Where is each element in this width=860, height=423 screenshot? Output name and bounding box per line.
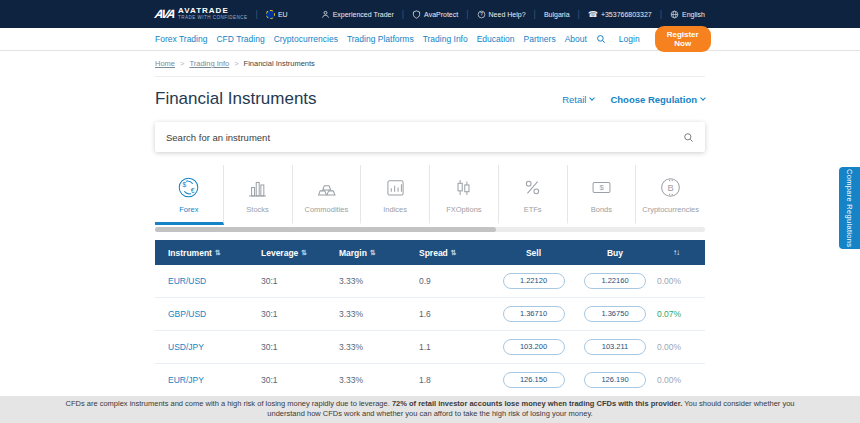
disclaimer-bold: 72% of retail investor accounts lose mon… [392, 399, 682, 408]
buy-price-button[interactable]: 103.211 [584, 339, 646, 355]
search-icon[interactable] [683, 132, 694, 143]
country-selector[interactable]: Bulgaria [544, 11, 570, 18]
instrument-search-input[interactable] [166, 132, 683, 143]
compare-regulations-button[interactable]: Compare Regulations [839, 167, 860, 249]
table-row: EUR/USD 30:1 3.33% 0.9 1.22120 1.22160 0… [155, 265, 705, 298]
tab-commodities[interactable]: Commodities [293, 165, 362, 225]
header-change[interactable]: ↑↓ [657, 248, 705, 257]
phone-icon: ☎ [588, 10, 598, 19]
avatrade-logo[interactable]: AVA AVATRADE TRADE WITH CONFIDENCE [155, 7, 248, 21]
tab-commodities-label: Commodities [304, 205, 348, 214]
region-label: EU [278, 11, 288, 18]
instrument-link[interactable]: GBP/USD [168, 309, 206, 319]
breadcrumb-trading-info[interactable]: Trading Info [189, 59, 229, 68]
tab-forex[interactable]: $€ Forex [155, 165, 224, 225]
tab-stocks[interactable]: Stocks [224, 165, 293, 225]
risk-disclaimer-text: CFDs are complex instruments and come wi… [58, 399, 803, 419]
disclaimer-part1: CFDs are complex instruments and come wi… [65, 399, 391, 408]
instrument-search-card [155, 122, 705, 152]
horizontal-scrollbar[interactable] [155, 227, 705, 232]
header-margin[interactable]: Margin⇅ [326, 248, 406, 258]
table-row: EUR/JPY 30:1 3.33% 1.8 126.150 126.190 0… [155, 364, 705, 397]
tab-etfs[interactable]: ETFs [499, 165, 568, 225]
choose-regulation-dropdown[interactable]: Choose Regulation [610, 94, 705, 105]
breadcrumb-separator: > [180, 59, 184, 68]
need-help-label: Need Help? [489, 11, 526, 18]
tab-bonds[interactable]: $ Bonds [568, 165, 637, 225]
leverage-cell: 30:1 [248, 375, 326, 385]
nav-about[interactable]: About [565, 34, 587, 44]
table-row: GBP/USD 30:1 3.33% 1.6 1.36710 1.36750 0… [155, 298, 705, 331]
nav-trading-platforms[interactable]: Trading Platforms [347, 34, 414, 44]
buy-price-button[interactable]: 1.36750 [584, 306, 646, 322]
sort-icon[interactable]: ⇅ [451, 249, 457, 257]
tab-bonds-label: Bonds [591, 205, 612, 214]
retail-dropdown[interactable]: Retail [562, 94, 594, 105]
header-sell-label: Sell [526, 248, 541, 258]
tab-fxoptions[interactable]: FXOptions [430, 165, 499, 225]
buy-price-button[interactable]: 126.190 [584, 372, 646, 388]
breadcrumb-current: Financial Instruments [244, 59, 315, 68]
sort-updown-icon[interactable]: ↑↓ [673, 248, 679, 257]
tab-cryptocurrencies[interactable]: B Cryptocurrencies [636, 165, 705, 225]
instrument-link[interactable]: USD/JPY [168, 342, 204, 352]
nav-cfd-trading[interactable]: CFD Trading [216, 34, 264, 44]
tab-indices-label: Indices [383, 205, 407, 214]
svg-text:B: B [668, 182, 674, 192]
need-help-link[interactable]: ? Need Help? [477, 10, 526, 19]
nav-trading-info[interactable]: Trading Info [423, 34, 468, 44]
sell-price-button[interactable]: 1.22120 [503, 273, 565, 289]
region-selector[interactable]: EU [266, 10, 288, 19]
sort-icon[interactable]: ⇅ [301, 249, 307, 257]
header-spread[interactable]: Spread⇅ [406, 248, 494, 258]
breadcrumb-home[interactable]: Home [155, 59, 175, 68]
tab-indices[interactable]: Indices [361, 165, 430, 225]
nav-cryptocurrencies[interactable]: Cryptocurrencies [274, 34, 338, 44]
experienced-trader-label: Experienced Trader [333, 11, 394, 18]
tab-cryptocurrencies-label: Cryptocurrencies [642, 205, 699, 214]
experienced-trader-link[interactable]: Experienced Trader [321, 10, 394, 19]
choose-regulation-label: Choose Regulation [610, 94, 697, 105]
title-actions: Retail Choose Regulation [562, 94, 705, 105]
search-icon[interactable] [596, 34, 606, 44]
tab-fxoptions-label: FXOptions [446, 205, 481, 214]
top-utility-bar: AVA AVATRADE TRADE WITH CONFIDENCE | EU … [0, 0, 860, 28]
instrument-link[interactable]: EUR/USD [168, 276, 206, 286]
help-icon: ? [477, 10, 486, 19]
globe-icon [670, 10, 679, 19]
buy-price-button[interactable]: 1.22160 [584, 273, 646, 289]
title-row: Financial Instruments Retail Choose Regu… [155, 89, 705, 109]
phone-link[interactable]: ☎ +353766803327 [588, 10, 652, 19]
nav-education[interactable]: Education [477, 34, 515, 44]
sell-price-button[interactable]: 103.200 [503, 339, 565, 355]
login-link[interactable]: Login [619, 34, 640, 44]
header-instrument[interactable]: Instrument⇅ [155, 248, 248, 258]
person-icon [321, 10, 330, 19]
header-leverage[interactable]: Leverage⇅ [248, 248, 326, 258]
breadcrumb-separator: > [234, 59, 238, 68]
register-now-button[interactable]: Register Now [655, 26, 711, 52]
tab-etfs-label: ETFs [524, 205, 542, 214]
change-cell: 0.00% [657, 276, 707, 286]
eu-flag-icon [266, 10, 275, 19]
avaprotect-link[interactable]: AvaProtect [412, 10, 458, 19]
scrollbar-thumb[interactable] [155, 227, 496, 232]
sort-icon[interactable]: ⇅ [215, 249, 221, 257]
sell-price-button[interactable]: 1.36710 [503, 306, 565, 322]
page-title: Financial Instruments [155, 89, 317, 109]
tab-forex-label: Forex [179, 205, 198, 214]
language-selector[interactable]: English [670, 10, 705, 19]
sell-price-button[interactable]: 126.150 [503, 372, 565, 388]
breadcrumb: Home > Trading Info > Financial Instrume… [155, 51, 705, 77]
margin-cell: 3.33% [326, 276, 406, 286]
nav-forex-trading[interactable]: Forex Trading [155, 34, 207, 44]
nav-partners[interactable]: Partners [524, 34, 556, 44]
instrument-link[interactable]: EUR/JPY [168, 375, 204, 385]
page: AVA AVATRADE TRADE WITH CONFIDENCE | EU … [0, 0, 860, 423]
spread-cell: 1.6 [406, 309, 494, 319]
commodities-icon [313, 174, 340, 201]
sort-icon[interactable]: ⇅ [370, 249, 376, 257]
divider: | [256, 9, 258, 19]
table-header-row: Instrument⇅ Leverage⇅ Margin⇅ Spread⇅ Se… [155, 240, 705, 265]
header-buy-label: Buy [607, 248, 623, 258]
